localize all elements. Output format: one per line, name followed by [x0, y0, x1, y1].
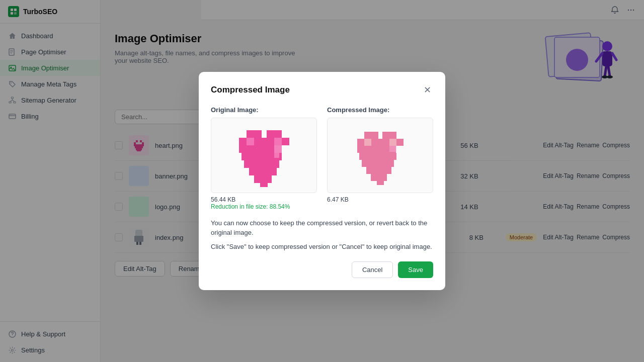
svg-rect-65 [260, 183, 268, 187]
svg-rect-66 [274, 145, 282, 153]
modal-info-text: You can now choose to keep the compresse… [211, 218, 433, 238]
svg-rect-63 [249, 168, 277, 175]
compressed-image-section: Compressed Image: [327, 106, 433, 210]
svg-rect-74 [371, 139, 378, 146]
compressed-size: 6.47 KB [327, 196, 433, 203]
svg-rect-76 [382, 139, 389, 146]
svg-rect-70 [382, 132, 389, 139]
svg-rect-54 [247, 138, 254, 145]
modal-header: Compressed Image ✕ [211, 84, 433, 96]
cancel-button[interactable]: Cancel [352, 261, 393, 278]
original-image-section: Original Image: [211, 106, 317, 210]
svg-rect-52 [274, 130, 282, 138]
svg-rect-72 [357, 139, 364, 146]
svg-rect-53 [239, 138, 247, 145]
svg-rect-59 [282, 138, 289, 145]
modal-footer: Cancel Save [211, 261, 433, 278]
original-size: 56.44 KB [211, 196, 317, 203]
svg-rect-84 [377, 181, 384, 185]
svg-rect-73 [364, 139, 371, 146]
reduction-text: Reduction in file size: 88.54% [211, 203, 317, 210]
svg-rect-82 [366, 167, 391, 174]
svg-rect-49 [247, 130, 254, 138]
svg-rect-67 [274, 153, 279, 158]
svg-rect-85 [389, 146, 396, 152]
modal-title: Compressed Image [211, 85, 290, 95]
image-comparison: Original Image: [211, 106, 433, 210]
svg-rect-57 [267, 138, 274, 145]
original-image-box [211, 118, 317, 193]
modal-overlay: Compressed Image ✕ Original Image: [0, 0, 644, 362]
svg-rect-83 [371, 174, 387, 181]
original-image-label: Original Image: [211, 106, 317, 114]
svg-rect-69 [371, 132, 378, 139]
compressed-image-label: Compressed Image: [327, 106, 433, 114]
svg-rect-51 [267, 130, 274, 138]
svg-rect-77 [389, 139, 396, 146]
svg-rect-80 [359, 153, 396, 160]
svg-rect-55 [254, 138, 262, 145]
modal-hint-text: Click "Save" to keep compressed version … [211, 242, 433, 252]
svg-rect-62 [244, 160, 279, 168]
svg-rect-81 [362, 160, 394, 167]
svg-rect-68 [364, 132, 371, 139]
svg-rect-50 [254, 130, 262, 138]
svg-rect-78 [396, 139, 404, 146]
svg-rect-64 [254, 175, 272, 183]
svg-rect-71 [389, 132, 396, 139]
compressed-image-box [327, 118, 433, 193]
svg-rect-58 [274, 138, 282, 145]
compressed-image-modal: Compressed Image ✕ Original Image: [199, 72, 445, 291]
save-button[interactable]: Save [398, 261, 433, 278]
modal-close-button[interactable]: ✕ [421, 84, 433, 96]
